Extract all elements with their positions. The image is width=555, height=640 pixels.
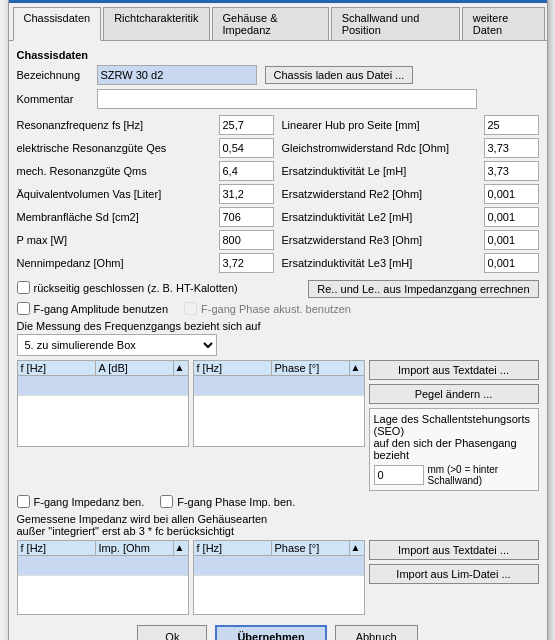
param-right-label-3: Ersatzwiderstand Re2 [Ohm]: [282, 188, 484, 200]
table3-selected-row: [18, 556, 188, 576]
param-right-row-2: Ersatzinduktivität Le [mH]: [282, 161, 539, 181]
param-right-label-4: Ersatzinduktivität Le2 [mH]: [282, 211, 484, 223]
bezeichnung-input[interactable]: [97, 65, 257, 85]
gemessene-impedanz-text: Gemessene Impedanz wird bei allen Gehäus…: [17, 513, 539, 537]
ok-button[interactable]: Ok: [137, 625, 207, 640]
kommentar-label: Kommentar: [17, 93, 97, 105]
param-right-value-6[interactable]: [484, 253, 539, 273]
checkbox-fgang-amp[interactable]: [17, 302, 30, 315]
btn-import-lim[interactable]: Import aus Lim-Datei ...: [369, 564, 539, 584]
table3-header: f [Hz] Imp. [Ohm ▲: [17, 540, 189, 555]
table2-sort-icon[interactable]: ▲: [350, 361, 364, 375]
checkbox-rueckseitig[interactable]: [17, 281, 30, 294]
fgang-checkboxes-row: F-gang Amplitude benutzen F-gang Phase a…: [17, 302, 539, 318]
checkbox-fgang-phase[interactable]: [184, 302, 197, 315]
param-right-label-2: Ersatzinduktivität Le [mH]: [282, 165, 484, 177]
param-right-label-1: Gleichstromwiderstand Rdc [Ohm]: [282, 142, 484, 154]
param-right-value-3[interactable]: [484, 184, 539, 204]
table1-group: f [Hz] A [dB] ▲: [17, 360, 189, 491]
upper-tables-section: f [Hz] A [dB] ▲ f [Hz] Phase [°] ▲: [17, 360, 539, 491]
param-right-value-5[interactable]: [484, 230, 539, 250]
param-left-value-1[interactable]: [219, 138, 274, 158]
kommentar-row: Kommentar: [17, 89, 539, 109]
table2-group: f [Hz] Phase [°] ▲: [193, 360, 365, 491]
tab-richtcharakteritik[interactable]: Richtcharakteritik: [103, 7, 209, 40]
btn-import-textdatei2[interactable]: Import aus Textdatei ...: [369, 540, 539, 560]
table4-body[interactable]: [193, 555, 365, 615]
param-right-row-3: Ersatzwiderstand Re2 [Ohm]: [282, 184, 539, 204]
lower-tables-section: f [Hz] Imp. [Ohm ▲ f [Hz] Phase [°] ▲: [17, 540, 539, 615]
table4-selected-row: [194, 556, 364, 576]
table4-col-phase: Phase [°]: [272, 541, 350, 555]
param-right-value-4[interactable]: [484, 207, 539, 227]
fgang-phase-container: F-gang Phase akust. benutzen: [184, 302, 351, 315]
param-right-row-0: Linearer Hub pro Seite [mm]: [282, 115, 539, 135]
table3-body[interactable]: [17, 555, 189, 615]
param-left-label-1: elektrische Resonanzgüte Qes: [17, 142, 219, 154]
tab-schallwand-position[interactable]: Schallwand und Position: [331, 7, 460, 40]
uebernehmen-button[interactable]: Übernehmen: [215, 625, 326, 640]
table1-header: f [Hz] A [dB] ▲: [17, 360, 189, 375]
param-left-value-3[interactable]: [219, 184, 274, 204]
param-right-row-6: Ersatzinduktivität Le3 [mH]: [282, 253, 539, 273]
table3-sort-icon[interactable]: ▲: [174, 541, 188, 555]
param-right-value-1[interactable]: [484, 138, 539, 158]
param-left-row-3: Äquivalentvolumen Vas [Liter]: [17, 184, 274, 204]
table2-body[interactable]: [193, 375, 365, 447]
table4-sort-icon[interactable]: ▲: [350, 541, 364, 555]
tab-gehaeuse-impedanz[interactable]: Gehäuse & Impedanz: [212, 7, 329, 40]
param-right-label-0: Linearer Hub pro Seite [mm]: [282, 119, 484, 131]
param-right-row-4: Ersatzinduktivität Le2 [mH]: [282, 207, 539, 227]
tab-chassisdaten[interactable]: Chassisdaten: [13, 7, 102, 41]
param-left-value-6[interactable]: [219, 253, 274, 273]
checkbox-rueckseitig-container: rückseitig geschlossen (z. B. HT-Kalotte…: [17, 281, 238, 294]
freq-messung-label: Die Messung des Frequenzgangs bezieht si…: [17, 320, 539, 332]
params-left-col: Resonanzfrequenz fs [Hz]elektrische Reso…: [17, 115, 274, 276]
param-left-value-2[interactable]: [219, 161, 274, 181]
param-left-row-2: mech. Resonanzgüte Qms: [17, 161, 274, 181]
kommentar-input[interactable]: [97, 89, 477, 109]
checkbox-fgang-phase-imp[interactable]: [160, 495, 173, 508]
param-left-row-4: Membranfläche Sd [cm2]: [17, 207, 274, 227]
freq-select[interactable]: 5. zu simulierende Box: [17, 334, 217, 356]
param-right-label-6: Ersatzinduktivität Le3 [mH]: [282, 257, 484, 269]
table1-col-hz: f [Hz]: [18, 361, 96, 375]
param-right-row-1: Gleichstromwiderstand Rdc [Ohm]: [282, 138, 539, 158]
fgang-impedanz-label: F-gang Impedanz ben.: [34, 496, 145, 508]
btn-import-textdatei[interactable]: Import aus Textdatei ...: [369, 360, 539, 380]
param-right-value-2[interactable]: [484, 161, 539, 181]
param-left-label-4: Membranfläche Sd [cm2]: [17, 211, 219, 223]
content-area: Chassisdaten Bezeichnung Chassis laden a…: [9, 41, 547, 640]
lower-right-panel: Import aus Textdatei ... Import aus Lim-…: [369, 540, 539, 615]
seo-value-input[interactable]: [374, 465, 424, 485]
fgang-amp-container: F-gang Amplitude benutzen: [17, 302, 169, 315]
table1-selected-row: [18, 376, 188, 396]
param-left-label-2: mech. Resonanzgüte Qms: [17, 165, 219, 177]
impedanz-checkboxes-row: F-gang Impedanz ben. F-gang Phase Imp. b…: [17, 495, 539, 511]
param-left-value-5[interactable]: [219, 230, 274, 250]
param-left-label-6: Nennimpedanz [Ohm]: [17, 257, 219, 269]
table1-body[interactable]: [17, 375, 189, 447]
param-left-row-0: Resonanzfrequenz fs [Hz]: [17, 115, 274, 135]
checkbox-fgang-impedanz[interactable]: [17, 495, 30, 508]
seo-input-row: mm (>0 = hinter Schallwand): [374, 464, 534, 486]
fgang-phase-imp-label: F-gang Phase Imp. ben.: [177, 496, 295, 508]
chassis-load-button[interactable]: Chassis laden aus Datei ...: [265, 66, 414, 84]
param-left-value-4[interactable]: [219, 207, 274, 227]
rueckseitig-row: rückseitig geschlossen (z. B. HT-Kalotte…: [17, 280, 539, 298]
tab-weitere-daten[interactable]: weitere Daten: [462, 7, 545, 40]
fgang-impedanz-container: F-gang Impedanz ben.: [17, 495, 145, 508]
table1-sort-icon[interactable]: ▲: [174, 361, 188, 375]
fgang-amp-label: F-gang Amplitude benutzen: [34, 303, 169, 315]
btn-pegel-aendern[interactable]: Pegel ändern ...: [369, 384, 539, 404]
seo-title: Lage des Schallentstehungsorts (SEO): [374, 413, 534, 437]
btn-re-le[interactable]: Re.. und Le.. aus Impedanzgang errechnen: [308, 280, 538, 298]
table2-selected-row: [194, 376, 364, 396]
main-window: Chassis 1, Einbau und Schallwand editier…: [8, 0, 548, 640]
abbruch-button[interactable]: Abbruch: [335, 625, 418, 640]
param-left-value-0[interactable]: [219, 115, 274, 135]
param-left-label-3: Äquivalentvolumen Vas [Liter]: [17, 188, 219, 200]
table2-header: f [Hz] Phase [°] ▲: [193, 360, 365, 375]
footer-buttons: Ok Übernehmen Abbruch: [17, 619, 539, 640]
param-right-value-0[interactable]: [484, 115, 539, 135]
